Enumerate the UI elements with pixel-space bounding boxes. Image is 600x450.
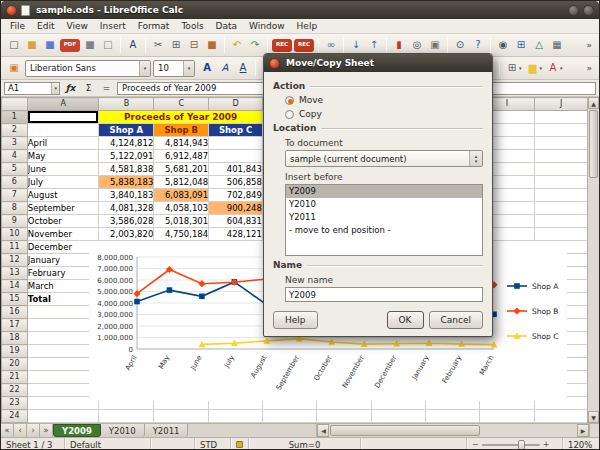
- page-preview-icon[interactable]: □: [99, 37, 117, 54]
- cell[interactable]: October: [27, 215, 99, 228]
- cell[interactable]: [534, 215, 588, 228]
- row-header-10[interactable]: 10: [2, 228, 28, 241]
- cell[interactable]: 4,124,812: [99, 137, 154, 150]
- menu-insert[interactable]: Insert: [94, 19, 132, 34]
- styles-window-icon[interactable]: ▣: [5, 60, 23, 77]
- horizontal-scrollbar[interactable]: ◀ ▶: [316, 424, 589, 437]
- name-box[interactable]: A1 ▾: [4, 82, 60, 95]
- scroll-right-icon[interactable]: ▶: [577, 424, 589, 437]
- column-header-B[interactable]: B: [99, 98, 154, 111]
- cell[interactable]: 702,849: [209, 189, 263, 202]
- menu-tools[interactable]: Tools: [175, 19, 209, 34]
- cell[interactable]: [534, 163, 588, 176]
- help-button[interactable]: Help: [273, 311, 318, 329]
- cell[interactable]: 5,812,048: [154, 176, 209, 189]
- column-header-C[interactable]: C: [154, 98, 209, 111]
- cell[interactable]: [262, 410, 316, 423]
- row-header-2[interactable]: 2: [2, 124, 28, 137]
- cell[interactable]: [209, 137, 263, 150]
- last-sheet-icon[interactable]: »: [40, 424, 53, 437]
- row-header-9[interactable]: 9: [2, 215, 28, 228]
- cell[interactable]: 6,083,091: [154, 189, 209, 202]
- menu-view[interactable]: View: [61, 19, 94, 34]
- font-size-combo[interactable]: 10 ▾: [153, 60, 195, 77]
- chevron-down-icon[interactable]: ▾: [560, 65, 563, 71]
- cell[interactable]: [317, 410, 371, 423]
- row-header-20[interactable]: 20: [2, 358, 28, 371]
- export-pdf-icon[interactable]: PDF: [60, 39, 80, 52]
- copy-radio-row[interactable]: Copy: [285, 109, 483, 119]
- menu-help[interactable]: Help: [291, 19, 324, 34]
- list-item-y2009[interactable]: Y2009: [286, 185, 482, 198]
- row-header-4[interactable]: 4: [2, 150, 28, 163]
- menu-window[interactable]: Window: [243, 19, 291, 34]
- dialog-close-button[interactable]: [269, 58, 280, 69]
- new-name-input[interactable]: Y2009: [285, 287, 483, 302]
- column-header-J[interactable]: J: [534, 98, 588, 111]
- find-replace-icon[interactable]: ◉: [494, 37, 512, 54]
- row-header-1[interactable]: 1: [2, 111, 28, 124]
- underline-icon[interactable]: A: [234, 60, 252, 77]
- cell[interactable]: 6,912,487: [154, 150, 209, 163]
- cell[interactable]: 4,581,838: [99, 163, 154, 176]
- row-header-7[interactable]: 7: [2, 189, 28, 202]
- copy-icon[interactable]: ⊞: [167, 37, 185, 54]
- show-draw-functions-icon[interactable]: △: [530, 37, 548, 54]
- chevron-down-icon[interactable]: ▾: [519, 65, 522, 71]
- cell-cursor-A1[interactable]: [27, 111, 99, 124]
- function-wizard-button[interactable]: ƒx: [63, 81, 78, 95]
- vertical-scrollbar-thumb[interactable]: [589, 110, 598, 178]
- row-header-19[interactable]: 19: [2, 345, 28, 358]
- toolbar-overflow-icon[interactable]: »: [583, 40, 595, 50]
- sheet-tab-y2011[interactable]: Y2011: [145, 424, 189, 437]
- cell[interactable]: 900,248: [209, 202, 263, 215]
- cancel-button[interactable]: Cancel: [429, 311, 484, 329]
- hyperlink-icon[interactable]: ∞: [322, 37, 340, 54]
- bold-icon[interactable]: A: [198, 60, 216, 77]
- cell[interactable]: [154, 410, 209, 423]
- cut-icon[interactable]: ✂: [149, 37, 167, 54]
- cell[interactable]: [534, 111, 588, 124]
- sum-segment[interactable]: Sum=0: [249, 438, 361, 450]
- zoom-slider[interactable]: [482, 444, 540, 446]
- row-header-13[interactable]: 13: [2, 267, 28, 280]
- cell[interactable]: May: [27, 150, 99, 163]
- window-minimize-button[interactable]: [568, 5, 579, 16]
- new-document-icon[interactable]: □: [5, 37, 23, 54]
- zoom-in-icon[interactable]: +: [543, 440, 550, 449]
- sheet-tab-y2009[interactable]: Y2009: [53, 424, 101, 437]
- freeze-panes-icon[interactable]: ▦: [548, 37, 566, 54]
- spin-down-icon[interactable]: ▾: [475, 159, 478, 164]
- help-icon[interactable]: ?: [469, 37, 487, 54]
- row-header-21[interactable]: 21: [2, 371, 28, 384]
- move-radio-row[interactable]: Move: [285, 95, 483, 105]
- chevron-down-icon[interactable]: ▾: [540, 65, 543, 71]
- row-header-3[interactable]: 3: [2, 137, 28, 150]
- row-header-11[interactable]: 11: [2, 241, 28, 254]
- cell-shop-c-header[interactable]: Shop C: [209, 124, 263, 137]
- cell[interactable]: [371, 410, 425, 423]
- scroll-left-icon[interactable]: ◀: [317, 424, 329, 437]
- menu-format[interactable]: Format: [132, 19, 176, 34]
- to-document-combo[interactable]: sample (current document) ▴ ▾: [285, 150, 483, 167]
- sort-descending-icon[interactable]: ↑: [365, 37, 383, 54]
- move-radio[interactable]: [285, 96, 294, 105]
- next-sheet-icon[interactable]: ›: [27, 424, 40, 437]
- window-maximize-button[interactable]: [583, 5, 594, 16]
- cell[interactable]: 4,750,184: [154, 228, 209, 241]
- cell[interactable]: [534, 189, 588, 202]
- cell[interactable]: [425, 410, 479, 423]
- open-document-icon[interactable]: ■: [23, 37, 41, 54]
- cell[interactable]: April: [27, 137, 99, 150]
- cell[interactable]: [534, 202, 588, 215]
- scroll-down-icon[interactable]: ▼: [588, 411, 599, 423]
- column-header-D[interactable]: D: [209, 98, 263, 111]
- first-sheet-icon[interactable]: «: [1, 424, 14, 437]
- zoom-level-segment[interactable]: 120%: [563, 438, 600, 450]
- cell[interactable]: 604,831: [209, 215, 263, 228]
- paste-icon[interactable]: ⊟: [185, 37, 203, 54]
- sheet-tab-y2010[interactable]: Y2010: [101, 424, 145, 437]
- cell[interactable]: 5,681,201: [154, 163, 209, 176]
- redo-icon[interactable]: ↷: [246, 37, 264, 54]
- spelling-icon[interactable]: A: [124, 37, 142, 54]
